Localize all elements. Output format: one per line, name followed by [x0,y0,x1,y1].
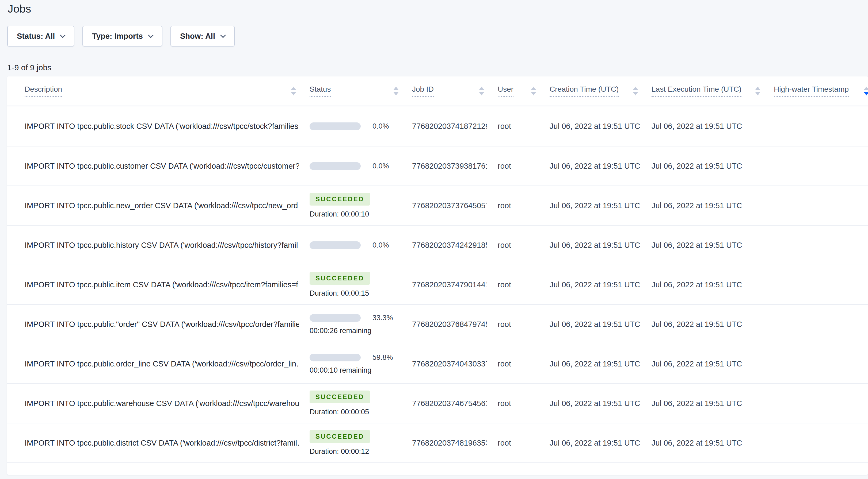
column-header-creation-time-label[interactable]: Creation Time (UTC) [550,85,619,97]
job-status-cell: 0.0% [299,122,401,131]
creation-time: Jul 06, 2022 at 19:51 UTC [539,439,641,447]
type-filter-dropdown[interactable]: Type: Imports [83,26,162,46]
creation-time: Jul 06, 2022 at 19:51 UTC [539,280,641,289]
job-user: root [487,122,539,131]
job-status-cell: SUCCEEDED Duration: 00:00:12 [299,430,401,456]
column-header-status: Status [299,76,401,106]
table-header-row: Description Status Job ID User Creation … [7,76,868,106]
status-badge: SUCCEEDED [310,193,370,206]
creation-time: Jul 06, 2022 at 19:51 UTC [539,122,641,131]
last-execution-time: Jul 06, 2022 at 19:51 UTC [641,360,763,368]
last-execution-time: Jul 06, 2022 at 19:51 UTC [641,162,763,171]
results-count: 1-9 of 9 jobs [7,63,868,72]
status-subtext: Duration: 00:00:10 [310,210,401,218]
status-filter-label: Status: All [17,32,55,41]
sort-icon[interactable] [531,87,536,95]
job-id: 776820203748196353 [401,439,487,447]
job-user: root [487,280,539,289]
job-status-cell: SUCCEEDED Duration: 00:00:15 [299,272,401,298]
column-header-creation-time: Creation Time (UTC) [539,76,641,106]
column-header-status-label[interactable]: Status [310,85,331,97]
job-id: 776820203740430337 [401,360,487,368]
job-user: root [487,201,539,210]
column-header-high-water-timestamp-label[interactable]: High-water Timestamp [774,85,849,97]
progress-track [310,123,361,130]
job-status-cell: SUCCEEDED Duration: 00:00:10 [299,193,401,218]
progress-track [310,354,361,362]
creation-time: Jul 06, 2022 at 19:51 UTC [539,399,641,408]
progress-percentage: 0.0% [372,162,389,170]
status-badge: SUCCEEDED [310,390,370,403]
job-description[interactable]: IMPORT INTO tpcc.public.new_order CSV DA… [7,201,299,210]
column-header-last-execution-time: Last Execution Time (UTC) [641,76,763,106]
last-execution-time: Jul 06, 2022 at 19:51 UTC [641,439,763,447]
sort-icon[interactable] [291,87,296,95]
filters-bar: Status: All Type: Imports Show: All [7,26,868,46]
table-row[interactable]: IMPORT INTO tpcc.public.district CSV DAT… [7,423,868,463]
page-title: Jobs [8,3,868,15]
status-subtext: Duration: 00:00:05 [310,408,401,416]
sort-icon[interactable] [633,87,638,95]
chevron-down-icon [60,32,66,38]
job-status-cell: 0.0% [299,162,401,170]
chevron-down-icon [148,32,154,38]
column-header-job-id: Job ID [401,76,487,106]
column-header-description: Description [7,76,299,106]
job-id: 776820203747901441 [401,280,487,289]
show-filter-dropdown[interactable]: Show: All [170,26,235,46]
job-id: 776820203741872129 [401,122,487,131]
column-header-user-label[interactable]: User [498,85,514,97]
job-description[interactable]: IMPORT INTO tpcc.public.warehouse CSV DA… [7,399,299,408]
creation-time: Jul 06, 2022 at 19:51 UTC [539,162,641,171]
job-description[interactable]: IMPORT INTO tpcc.public."order" CSV DATA… [7,320,299,329]
job-user: root [487,439,539,447]
job-status-cell: 59.8% 00:00:10 remaining [299,353,401,375]
progress-percentage: 0.0% [372,122,389,131]
creation-time: Jul 06, 2022 at 19:51 UTC [539,241,641,250]
table-row[interactable]: IMPORT INTO tpcc.public.stock CSV DATA (… [7,106,868,146]
status-badge: SUCCEEDED [310,430,370,443]
type-filter-label: Type: Imports [92,32,143,41]
progress-bar: 0.0% [310,162,401,170]
last-execution-time: Jul 06, 2022 at 19:51 UTC [641,320,763,329]
column-header-job-id-label[interactable]: Job ID [412,85,434,97]
jobs-table: Description Status Job ID User Creation … [7,76,868,475]
table-row[interactable]: IMPORT INTO tpcc.public.history CSV DATA… [7,225,868,265]
job-description[interactable]: IMPORT INTO tpcc.public.history CSV DATA… [7,241,299,250]
sort-icon[interactable] [479,87,484,95]
show-filter-label: Show: All [180,32,215,41]
table-row[interactable]: IMPORT INTO tpcc.public."order" CSV DATA… [7,304,868,344]
progress-bar: 0.0% [310,122,401,131]
table-row[interactable]: IMPORT INTO tpcc.public.customer CSV DAT… [7,146,868,185]
table-row[interactable]: IMPORT INTO tpcc.public.item CSV DATA ('… [7,265,868,304]
column-header-high-water-timestamp: High-water Timestamp [763,76,868,106]
progress-bar: 33.3% [310,314,401,322]
job-description[interactable]: IMPORT INTO tpcc.public.district CSV DAT… [7,439,299,447]
column-header-description-label[interactable]: Description [25,85,62,97]
progress-percentage: 33.3% [372,314,393,322]
progress-bar: 59.8% [310,353,401,362]
sort-icon[interactable] [755,87,761,95]
last-execution-time: Jul 06, 2022 at 19:51 UTC [641,280,763,289]
status-subtext: 00:00:26 remaining [310,327,401,335]
job-description[interactable]: IMPORT INTO tpcc.public.order_line CSV D… [7,360,299,368]
job-description[interactable]: IMPORT INTO tpcc.public.stock CSV DATA (… [7,122,299,131]
progress-track [310,314,361,322]
column-header-last-execution-time-label[interactable]: Last Execution Time (UTC) [652,85,741,97]
column-header-user: User [487,76,539,106]
progress-track [310,162,361,170]
job-id: 776820203768479745 [401,320,487,329]
last-execution-time: Jul 06, 2022 at 19:51 UTC [641,201,763,210]
last-execution-time: Jul 06, 2022 at 19:51 UTC [641,241,763,250]
table-row[interactable]: IMPORT INTO tpcc.public.warehouse CSV DA… [7,383,868,423]
job-description[interactable]: IMPORT INTO tpcc.public.customer CSV DAT… [7,162,299,171]
status-subtext: Duration: 00:00:15 [310,289,401,298]
creation-time: Jul 06, 2022 at 19:51 UTC [539,201,641,210]
status-filter-dropdown[interactable]: Status: All [7,26,74,46]
job-description[interactable]: IMPORT INTO tpcc.public.item CSV DATA ('… [7,280,299,289]
table-row[interactable]: IMPORT INTO tpcc.public.new_order CSV DA… [7,185,868,225]
job-user: root [487,162,539,171]
sort-icon[interactable] [393,87,399,95]
sort-icon[interactable] [864,87,868,95]
table-row[interactable]: IMPORT INTO tpcc.public.order_line CSV D… [7,344,868,383]
